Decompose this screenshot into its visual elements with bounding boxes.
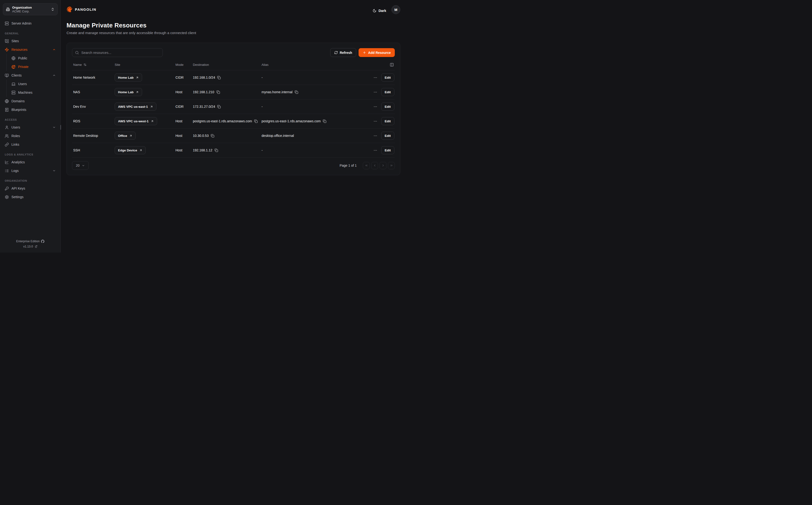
copy-destination-button[interactable] [254, 120, 258, 123]
row-actions-menu-button[interactable] [373, 90, 377, 94]
sidebar-item-label: Clients [11, 73, 50, 77]
sidebar-item-blueprints[interactable]: Blueprints [3, 106, 58, 114]
sidebar-item-public[interactable]: Public [10, 54, 58, 62]
next-page-button[interactable] [380, 162, 386, 169]
copy-destination-button[interactable] [217, 76, 221, 79]
sidebar-item-settings[interactable]: Settings [3, 193, 58, 201]
column-header-mode: Mode [176, 63, 193, 66]
site-link[interactable]: Home Lab [115, 88, 142, 96]
arrow-up-down-icon [83, 63, 86, 66]
sidebar-scrollbar-thumb[interactable] [60, 125, 61, 130]
table-row: SSH Edge Device Host 192.168.1.12 - Edit [72, 143, 395, 158]
avatar[interactable]: M [391, 5, 400, 14]
sidebar-item-label: Machines [18, 91, 56, 95]
resources-card: Refresh Add Resource Name Site Mode Dest… [66, 43, 400, 175]
edit-button[interactable]: Edit [381, 132, 395, 140]
resource-alias: desktop.office.internal [261, 134, 357, 138]
arrow-up-right-icon [136, 91, 139, 94]
receipt-icon [5, 108, 9, 112]
ellipsis-icon [373, 90, 377, 94]
key-icon [5, 186, 9, 190]
add-resource-button[interactable]: Add Resource [359, 48, 395, 57]
resource-destination: 192.168.1.12 [193, 148, 212, 152]
org-selector[interactable]: Organization ACME Corp. [3, 3, 58, 15]
site-link[interactable]: Office [115, 132, 136, 140]
sidebar-item-label: Public [18, 56, 56, 60]
theme-toggle[interactable]: Dark [373, 9, 386, 13]
sidebar-item-label: Blueprints [11, 108, 56, 112]
version-label: v1.13.0 [23, 245, 33, 248]
edit-button[interactable]: Edit [381, 117, 395, 125]
sidebar-item-client-users[interactable]: Users [10, 79, 58, 88]
site-link[interactable]: Edge Device [115, 146, 146, 154]
row-actions-menu-button[interactable] [373, 148, 377, 152]
site-link[interactable]: AWS VPC us-west-1 [115, 117, 157, 125]
refresh-button[interactable]: Refresh [330, 48, 356, 57]
column-settings-button[interactable] [390, 63, 394, 67]
resource-name: Remote Desktop [73, 134, 115, 138]
resource-destination: 192.168.1.210 [193, 90, 214, 94]
edit-button[interactable]: Edit [381, 88, 395, 96]
columns-icon [390, 63, 394, 67]
row-actions-menu-button[interactable] [373, 134, 377, 138]
sidebar-item-server-admin[interactable]: Server Admin [3, 19, 58, 28]
sidebar-item-label: Server Admin [11, 21, 56, 25]
row-actions-menu-button[interactable] [373, 119, 377, 123]
site-name: Home Lab [118, 76, 134, 79]
sidebar-item-label: Settings [11, 195, 56, 199]
sidebar-item-clients[interactable]: Clients [3, 71, 58, 79]
edit-button[interactable]: Edit [381, 146, 395, 154]
sidebar-item-api-keys[interactable]: API Keys [3, 184, 58, 193]
chevron-up-icon [52, 48, 56, 51]
copy-destination-button[interactable] [215, 149, 218, 152]
column-header-destination: Destination [193, 63, 261, 66]
copy-destination-button[interactable] [216, 91, 220, 94]
sidebar-item-label: Users [18, 82, 56, 86]
sidebar-item-label: Sites [11, 39, 56, 43]
app-logo: PANGOLIN [66, 6, 96, 13]
row-actions-menu-button[interactable] [373, 75, 377, 79]
copy-destination-button[interactable] [217, 105, 221, 109]
first-page-button[interactable] [363, 162, 370, 169]
edit-button[interactable]: Edit [381, 73, 395, 81]
section-heading-logs-analytics: LOGS & ANALYTICS [5, 153, 58, 156]
search-icon [75, 51, 79, 54]
sidebar-item-users[interactable]: Users [3, 123, 58, 132]
column-header-site: Site [115, 63, 176, 66]
sidebar-item-links[interactable]: Links [3, 140, 58, 149]
copy-alias-button[interactable] [295, 91, 298, 94]
page-size-select[interactable]: 20 [72, 161, 89, 170]
copy-destination-button[interactable] [211, 134, 214, 138]
sidebar-item-sites[interactable]: Sites [3, 37, 58, 45]
page-title: Manage Private Resources [66, 22, 400, 29]
ellipsis-icon [373, 134, 377, 138]
previous-page-button[interactable] [371, 162, 378, 169]
chevron-down-icon [52, 126, 56, 129]
users-icon [5, 134, 9, 138]
site-link[interactable]: Home Lab [115, 73, 142, 81]
sidebar-item-logs[interactable]: Logs [3, 166, 58, 175]
copy-alias-button[interactable] [323, 120, 327, 123]
search-input[interactable] [81, 51, 160, 54]
server-icon [5, 21, 9, 25]
sidebar-item-resources[interactable]: Resources [3, 45, 58, 54]
last-page-button[interactable] [388, 162, 395, 169]
site-link[interactable]: AWS VPC us-east-1 [115, 103, 156, 111]
resource-alias: - [261, 75, 357, 79]
sidebar-item-roles[interactable]: Roles [3, 132, 58, 140]
external-link-icon [35, 245, 37, 248]
version-link[interactable]: v1.13.0 [3, 244, 58, 249]
edit-button[interactable]: Edit [381, 103, 395, 111]
sort-by-name[interactable]: Name [73, 63, 115, 66]
refresh-icon [334, 51, 338, 54]
sidebar-item-analytics[interactable]: Analytics [3, 158, 58, 166]
sidebar-item-machines[interactable]: Machines [10, 88, 58, 97]
table-header: Name Site Mode Destination Alias [72, 59, 395, 70]
site-name: Office [118, 134, 127, 138]
sidebar-item-private[interactable]: Private [10, 62, 58, 71]
sidebar-item-domains[interactable]: Domains [3, 97, 58, 106]
github-icon[interactable] [41, 239, 44, 243]
gear-icon [5, 195, 9, 199]
site-name: Home Lab [118, 91, 134, 94]
row-actions-menu-button[interactable] [373, 105, 377, 109]
